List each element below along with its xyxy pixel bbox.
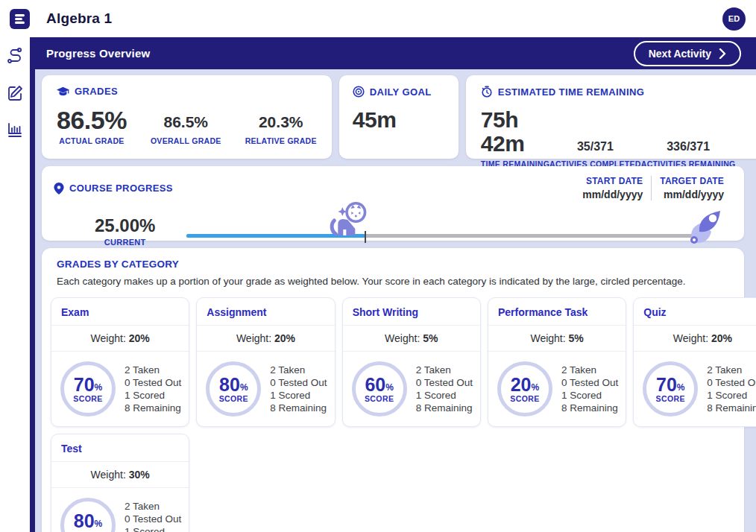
score-percent-sign: % bbox=[385, 381, 394, 393]
grades-by-category-section: GRADES BY CATEGORY Each category makes u… bbox=[42, 248, 744, 532]
activities-completed-stat: 35/371 ACTIVIES COMPLETED bbox=[549, 138, 641, 168]
category-stat: 2 Taken bbox=[125, 501, 181, 512]
start-date-label: START DATE bbox=[582, 176, 643, 186]
target-date-value: mm/dd/yyyy bbox=[660, 189, 724, 200]
relative-grade-value: 20.3% bbox=[259, 112, 303, 133]
actual-grade-stat: 86.5% ACTUAL GRADE bbox=[57, 107, 127, 145]
course-dates: START DATE mm/dd/yyyy TARGET DATE mm/dd/… bbox=[574, 176, 732, 200]
score-label: SCORE bbox=[73, 394, 102, 403]
time-remaining-title: ESTIMATED TIME REMAINING bbox=[498, 86, 644, 98]
grades-card: GRADES 86.5% ACTUAL GRADE 86.5% OVERALL … bbox=[42, 75, 332, 159]
score-value: 80 bbox=[74, 512, 95, 530]
category-stat: 2 Taken bbox=[125, 365, 181, 376]
category-stat: 0 Tested Out bbox=[561, 378, 618, 388]
category-stat: 1 Scored bbox=[707, 390, 756, 401]
score-percent-sign: % bbox=[677, 381, 685, 393]
current-progress-label: CURRENT bbox=[104, 238, 146, 247]
category-stats: 2 Taken0 Tested Out1 Scored8 Remaining bbox=[125, 365, 181, 414]
section-header-title: Progress Overview bbox=[46, 47, 150, 60]
content-area: Progress Overview Next Activity bbox=[30, 37, 756, 532]
bar-chart-icon[interactable] bbox=[5, 121, 25, 140]
category-stats: 2 Taken0 Tested Out1 Scored8 Remaining bbox=[270, 365, 327, 414]
category-stat: 8 Remaining bbox=[561, 403, 618, 414]
category-stat: 8 Remaining bbox=[707, 403, 756, 414]
category-stat: 0 Tested Out bbox=[270, 378, 327, 388]
category-card: Test Weight: 30% 80% SCORE 2 Taken0 Test… bbox=[51, 434, 189, 532]
category-weight: Weight: 20% bbox=[634, 326, 756, 352]
rocket-icon bbox=[686, 206, 725, 245]
user-avatar[interactable]: ED bbox=[722, 7, 746, 31]
category-weight: Weight: 30% bbox=[51, 462, 189, 488]
category-stat: 1 Scored bbox=[270, 390, 327, 401]
category-stats: 2 Taken0 Tested Out1 Scored8 Remaining bbox=[707, 365, 756, 414]
category-stats: 2 Taken0 Tested Out1 Scored8 Remaining bbox=[561, 365, 618, 414]
score-percent-sign: % bbox=[95, 381, 103, 393]
current-progress-stat: 25.00% CURRENT bbox=[95, 215, 155, 247]
overall-grade-label: OVERALL GRADE bbox=[151, 136, 221, 145]
relative-grade-stat: 20.3% RELATIVE GRADE bbox=[245, 112, 317, 145]
score-value: 20 bbox=[511, 376, 532, 393]
next-activity-label: Next Activity bbox=[649, 48, 711, 60]
app-logo[interactable] bbox=[10, 9, 30, 29]
actual-grade-value: 86.5% bbox=[57, 107, 127, 133]
category-stat: 2 Taken bbox=[416, 365, 473, 376]
category-stat: 0 Tested Out bbox=[125, 378, 181, 388]
category-stat: 1 Scored bbox=[561, 390, 618, 401]
category-title: Test bbox=[51, 443, 189, 462]
category-stat: 0 Tested Out bbox=[707, 378, 756, 388]
category-weight: Weight: 5% bbox=[488, 326, 626, 352]
course-progress-card: COURSE PROGRESS START DATE mm/dd/yyyy TA… bbox=[42, 166, 744, 241]
activities-completed-value: 35/371 bbox=[577, 138, 614, 156]
category-stat: 2 Taken bbox=[707, 365, 756, 376]
score-value: 80 bbox=[219, 376, 240, 393]
course-progress-title: COURSE PROGRESS bbox=[69, 183, 173, 194]
category-stat: 1 Scored bbox=[416, 390, 473, 401]
category-stat: 8 Remaining bbox=[270, 403, 327, 414]
activities-remaining-value: 336/371 bbox=[667, 138, 710, 156]
graduation-cap-icon bbox=[57, 86, 69, 97]
left-nav-rail bbox=[0, 37, 30, 532]
category-grid: Exam Weight: 20% 70% SCORE 2 Taken0 Test… bbox=[51, 297, 735, 532]
grades-card-title: GRADES bbox=[75, 86, 118, 97]
activities-remaining-stat: 336/371 ACTIVITIES REMAINING bbox=[641, 138, 736, 168]
overall-grade-value: 86.5% bbox=[163, 112, 208, 133]
score-ring: 70% SCORE bbox=[60, 361, 116, 417]
target-date-label: TARGET DATE bbox=[660, 176, 724, 186]
category-weight: Weight: 20% bbox=[51, 326, 189, 352]
progress-track-area bbox=[186, 202, 696, 247]
grades-by-category-title: GRADES BY CATEGORY bbox=[57, 259, 735, 270]
route-icon[interactable] bbox=[5, 46, 25, 66]
target-icon bbox=[353, 86, 365, 98]
score-percent-sign: % bbox=[240, 381, 248, 393]
logo-icon bbox=[13, 13, 26, 25]
daily-goal-value: 45m bbox=[353, 108, 397, 132]
app-window: Algebra 1 ED bbox=[0, 0, 756, 532]
time-remaining-stat: 75h 42m TIME REMAINING bbox=[481, 108, 549, 168]
edit-icon[interactable] bbox=[5, 83, 25, 103]
next-activity-button[interactable]: Next Activity bbox=[634, 41, 741, 66]
category-stats: 2 Taken0 Tested Out1 Scored8 Remaining bbox=[416, 365, 473, 414]
score-percent-sign: % bbox=[95, 518, 103, 530]
score-ring: 20% SCORE bbox=[497, 361, 552, 417]
score-ring: 80% SCORE bbox=[206, 361, 261, 417]
category-title: Quiz bbox=[634, 306, 756, 326]
category-stat: 8 Remaining bbox=[416, 403, 473, 414]
top-header: Algebra 1 ED bbox=[0, 0, 756, 37]
category-stat: 1 Scored bbox=[125, 390, 181, 401]
category-stat: 0 Tested Out bbox=[416, 378, 473, 388]
map-pin-icon bbox=[54, 183, 64, 194]
category-card: Short Writing Weight: 5% 60% SCORE 2 Tak… bbox=[342, 297, 481, 427]
daily-goal-title: DAILY GOAL bbox=[370, 86, 432, 98]
current-progress-value: 25.00% bbox=[95, 215, 155, 236]
start-date: START DATE mm/dd/yyyy bbox=[574, 176, 651, 200]
category-stat: 1 Scored bbox=[125, 527, 181, 532]
start-date-value: mm/dd/yyyy bbox=[582, 189, 643, 200]
score-value: 70 bbox=[656, 376, 677, 393]
category-card: Performance Task Weight: 5% 20% SCORE 2 … bbox=[488, 297, 626, 427]
category-card: Assignment Weight: 20% 80% SCORE 2 Taken… bbox=[196, 297, 335, 427]
category-stats: 2 Taken0 Tested Out1 Scored8 Remaining bbox=[125, 501, 181, 532]
score-label: SCORE bbox=[219, 394, 248, 403]
category-title: Short Writing bbox=[343, 306, 480, 326]
score-ring: 80% SCORE bbox=[60, 498, 116, 532]
dashboard-body: GRADES 86.5% ACTUAL GRADE 86.5% OVERALL … bbox=[35, 69, 756, 532]
